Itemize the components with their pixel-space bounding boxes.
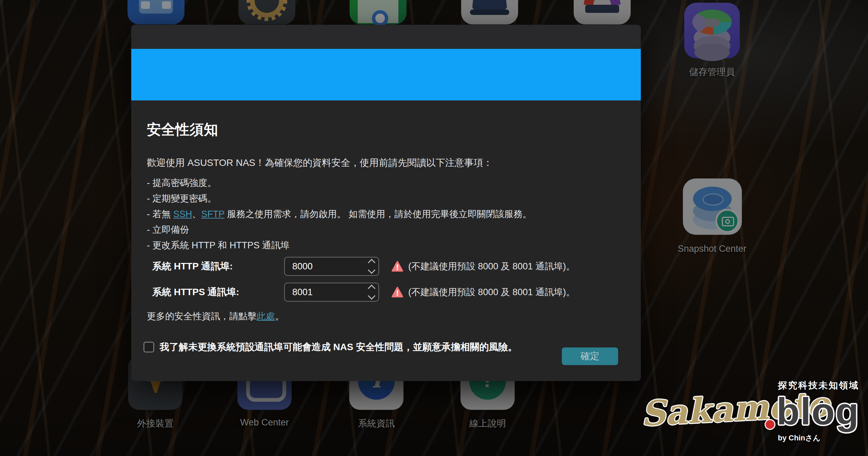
watermark-red-dot-icon	[766, 420, 774, 429]
https-port-decrement-icon[interactable]	[368, 292, 376, 300]
http-port-input[interactable]	[284, 257, 379, 276]
http-port-warning-text: (不建議使用預設 8000 及 8001 通訊埠)。	[408, 260, 575, 272]
https-port-warning-text: (不建議使用預設 8000 及 8001 通訊埠)。	[408, 286, 575, 298]
dialog-intro-text: 歡迎使用 ASUSTOR NAS！為確保您的資料安全，使用前請先閱讀以下注意事項…	[147, 156, 625, 170]
more-info-link[interactable]: 此處	[257, 311, 275, 321]
https-port-label: 系統 HTTPS 通訊埠:	[147, 286, 284, 299]
ssh-link[interactable]: SSH	[173, 209, 192, 219]
risk-acknowledge-checkbox[interactable]	[143, 342, 154, 353]
confirm-button[interactable]: 確定	[562, 347, 618, 365]
sftp-link[interactable]: SFTP	[201, 209, 225, 219]
http-port-decrement-icon[interactable]	[368, 266, 376, 274]
risk-acknowledge-label: 我了解未更換系統預設通訊埠可能會造成 NAS 安全性問題，並願意承擔相關的風險。	[160, 341, 517, 354]
security-notice-dialog: 安全性須知 歡迎使用 ASUSTOR NAS！為確保您的資料安全，使用前請先閱讀…	[131, 25, 641, 381]
http-port-label: 系統 HTTP 通訊埠:	[147, 260, 284, 273]
http-port-stepper	[284, 257, 379, 276]
warning-icon	[391, 286, 403, 298]
more-info-line: 更多的安全性資訊，請點擊此處。	[147, 311, 625, 322]
warning-icon	[391, 261, 403, 272]
http-port-row: 系統 HTTP 通訊埠: (不建議使用預設 8000 及 8001 通訊埠)。	[147, 255, 625, 278]
https-port-row: 系統 HTTPS 通訊埠: (不建議使用預設 8000 及 8001 通訊埠)。	[147, 281, 625, 303]
risk-acknowledge-row: 我了解未更換系統預設通訊埠可能會造成 NAS 安全性問題，並願意承擔相關的風險。	[147, 341, 625, 354]
dialog-title-bar	[131, 25, 641, 49]
dialog-banner	[131, 49, 641, 100]
note-change-ports: - 更改系統 HTTP 和 HTTPS 通訊埠	[147, 238, 625, 253]
https-port-input[interactable]	[284, 283, 379, 302]
dialog-title: 安全性須知	[147, 120, 625, 139]
note-password-strength: - 提高密碼強度。	[147, 175, 625, 191]
watermark: 探究科技未知領域 Sakamoto blog by Chinさん	[641, 383, 851, 451]
note-ssh-sftp: - 若無 SSH、SFTP 服務之使用需求，請勿啟用。 如需使用，請於使用完畢後…	[147, 206, 625, 222]
http-port-increment-icon[interactable]	[368, 259, 376, 267]
note-password-change: - 定期變更密碼。	[147, 191, 625, 206]
watermark-suffix: blog	[776, 390, 859, 433]
https-port-increment-icon[interactable]	[368, 285, 376, 292]
https-port-stepper	[284, 283, 379, 302]
note-backup: - 立即備份	[147, 222, 625, 238]
watermark-byline: by Chinさん	[778, 433, 821, 443]
security-notes-list: - 提高密碼強度。 - 定期變更密碼。 - 若無 SSH、SFTP 服務之使用需…	[147, 175, 625, 253]
